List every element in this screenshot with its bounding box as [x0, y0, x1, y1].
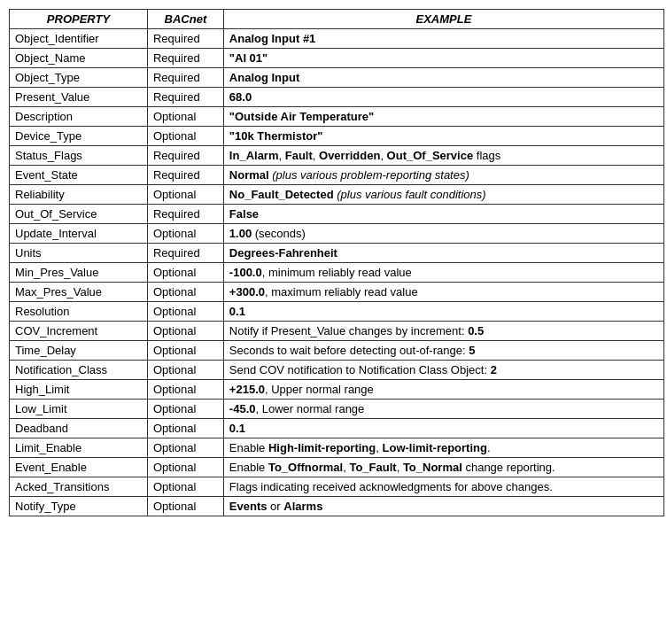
bacnet-cell: Required: [147, 146, 223, 166]
bacnet-cell: Optional: [147, 419, 223, 438]
table-row: DeadbandOptional0.1: [10, 419, 664, 438]
property-cell: Limit_Enable: [10, 438, 148, 458]
table-row: Acked_TransitionsOptionalFlags indicatin…: [10, 477, 664, 497]
property-cell: Notify_Type: [10, 497, 148, 516]
table-row: Max_Pres_ValueOptional+300.0, maximum re…: [10, 283, 664, 302]
bacnet-cell: Required: [147, 49, 223, 68]
bacnet-cell: Required: [147, 244, 223, 263]
example-cell: No_Fault_Detected (plus various fault co…: [223, 185, 663, 205]
property-cell: Status_Flags: [10, 146, 148, 166]
example-cell: Degrees-Fahrenheit: [223, 244, 663, 263]
table-row: Update_IntervalOptional1.00 (seconds): [10, 224, 664, 244]
example-cell: Events or Alarms: [223, 497, 663, 516]
property-cell: Present_Value: [10, 88, 148, 107]
bacnet-cell: Optional: [147, 341, 223, 361]
bacnet-cell: Optional: [147, 127, 223, 146]
property-cell: Low_Limit: [10, 400, 148, 419]
example-cell: "10k Thermistor": [223, 127, 663, 146]
example-cell: -45.0, Lower normal range: [223, 400, 663, 419]
table-row: Limit_EnableOptionalEnable High-limit-re…: [10, 438, 664, 458]
property-cell: Acked_Transitions: [10, 477, 148, 497]
property-cell: Description: [10, 107, 148, 127]
table-row: Low_LimitOptional-45.0, Lower normal ran…: [10, 400, 664, 419]
property-cell: Event_State: [10, 166, 148, 185]
table-row: Present_ValueRequired68.0: [10, 88, 664, 107]
bacnet-cell: Required: [147, 205, 223, 224]
example-cell: "AI 01": [223, 49, 663, 68]
table-row: Notification_ClassOptionalSend COV notif…: [10, 361, 664, 380]
table-row: UnitsRequiredDegrees-Fahrenheit: [10, 244, 664, 263]
property-cell: Reliability: [10, 185, 148, 205]
example-cell: 0.1: [223, 419, 663, 438]
example-cell: 0.1: [223, 302, 663, 322]
property-cell: Notification_Class: [10, 361, 148, 380]
table-row: Min_Pres_ValueOptional-100.0, minimum re…: [10, 263, 664, 283]
example-cell: "Outside Air Temperature": [223, 107, 663, 127]
example-cell: False: [223, 205, 663, 224]
bacnet-cell: Optional: [147, 458, 223, 477]
table-row: Event_EnableOptionalEnable To_Offnormal,…: [10, 458, 664, 477]
property-cell: High_Limit: [10, 380, 148, 400]
property-cell: Object_Identifier: [10, 29, 148, 49]
table-row: Event_StateRequiredNormal (plus various …: [10, 166, 664, 185]
bacnet-cell: Optional: [147, 224, 223, 244]
property-cell: Max_Pres_Value: [10, 283, 148, 302]
example-cell: Analog Input: [223, 68, 663, 88]
table-row: Object_TypeRequiredAnalog Input: [10, 68, 664, 88]
example-cell: 68.0: [223, 88, 663, 107]
bacnet-cell: Optional: [147, 361, 223, 380]
example-cell: Normal (plus various problem-reporting s…: [223, 166, 663, 185]
bacnet-cell: Optional: [147, 302, 223, 322]
property-cell: Min_Pres_Value: [10, 263, 148, 283]
header-bacnet: BACnet: [147, 10, 223, 29]
example-cell: Enable High-limit-reporting, Low-limit-r…: [223, 438, 663, 458]
property-cell: Time_Delay: [10, 341, 148, 361]
example-cell: +215.0, Upper normal range: [223, 380, 663, 400]
bacnet-cell: Optional: [147, 438, 223, 458]
property-cell: Object_Type: [10, 68, 148, 88]
example-cell: 1.00 (seconds): [223, 224, 663, 244]
bacnet-cell: Optional: [147, 400, 223, 419]
property-cell: COV_Increment: [10, 322, 148, 341]
table-row: Device_TypeOptional"10k Thermistor": [10, 127, 664, 146]
example-cell: Seconds to wait before detecting out-of-…: [223, 341, 663, 361]
example-cell: Flags indicating received acknowledgment…: [223, 477, 663, 497]
bacnet-cell: Optional: [147, 497, 223, 516]
table-row: Out_Of_ServiceRequiredFalse: [10, 205, 664, 224]
property-cell: Device_Type: [10, 127, 148, 146]
table-row: COV_IncrementOptionalNotify if Present_V…: [10, 322, 664, 341]
bacnet-cell: Optional: [147, 322, 223, 341]
bacnet-cell: Required: [147, 166, 223, 185]
property-cell: Out_Of_Service: [10, 205, 148, 224]
bacnet-cell: Required: [147, 29, 223, 49]
table-row: DescriptionOptional"Outside Air Temperat…: [10, 107, 664, 127]
bacnet-cell: Optional: [147, 107, 223, 127]
example-cell: In_Alarm, Fault, Overridden, Out_Of_Serv…: [223, 146, 663, 166]
bacnet-cell: Optional: [147, 263, 223, 283]
example-cell: Notify if Present_Value changes by incre…: [223, 322, 663, 341]
table-row: Notify_TypeOptionalEvents or Alarms: [10, 497, 664, 516]
table-row: ReliabilityOptionalNo_Fault_Detected (pl…: [10, 185, 664, 205]
example-cell: +300.0, maximum reliably read value: [223, 283, 663, 302]
example-cell: Analog Input #1: [223, 29, 663, 49]
table-row: Object_IdentifierRequiredAnalog Input #1: [10, 29, 664, 49]
example-cell: Enable To_Offnormal, To_Fault, To_Normal…: [223, 458, 663, 477]
example-cell: Send COV notification to Notification Cl…: [223, 361, 663, 380]
bacnet-cell: Required: [147, 68, 223, 88]
properties-table: PROPERTY BACnet EXAMPLE Object_Identifie…: [9, 9, 664, 516]
table-row: Status_FlagsRequiredIn_Alarm, Fault, Ove…: [10, 146, 664, 166]
bacnet-cell: Required: [147, 88, 223, 107]
bacnet-cell: Optional: [147, 185, 223, 205]
property-cell: Object_Name: [10, 49, 148, 68]
property-cell: Deadband: [10, 419, 148, 438]
property-cell: Event_Enable: [10, 458, 148, 477]
bacnet-cell: Optional: [147, 380, 223, 400]
property-cell: Update_Interval: [10, 224, 148, 244]
table-row: ResolutionOptional0.1: [10, 302, 664, 322]
table-row: High_LimitOptional+215.0, Upper normal r…: [10, 380, 664, 400]
property-cell: Resolution: [10, 302, 148, 322]
table-row: Time_DelayOptionalSeconds to wait before…: [10, 341, 664, 361]
bacnet-cell: Optional: [147, 283, 223, 302]
property-cell: Units: [10, 244, 148, 263]
table-row: Object_NameRequired"AI 01": [10, 49, 664, 68]
